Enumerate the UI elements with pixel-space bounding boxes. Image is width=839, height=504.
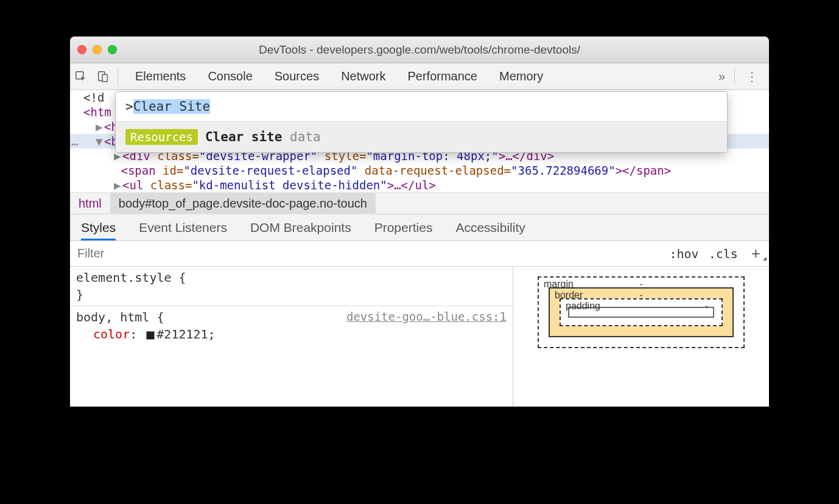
styles-filter-input[interactable] [70,241,664,266]
command-menu-result[interactable]: Resources Clear site data [116,122,727,152]
tab-network[interactable]: Network [341,69,385,83]
devtools-window: DevTools - developers.google.com/web/too… [70,37,769,407]
subtab-event-listeners[interactable]: Event Listeners [139,220,227,235]
devtools-menu-icon[interactable]: ⋮ [734,68,769,85]
command-menu: >Clear Site Resources Clear site data [115,91,728,153]
breadcrumb-body[interactable]: body#top_of_page.devsite-doc-page.no-tou… [110,193,376,214]
toggle-cls-button[interactable]: .cls [704,247,743,261]
dom-breadcrumb: html body#top_of_page.devsite-doc-page.n… [70,192,769,214]
tab-separator [118,68,118,85]
tab-memory[interactable]: Memory [499,69,543,83]
window-traffic-lights [77,45,117,54]
breadcrumb-html[interactable]: html [70,193,110,214]
css-rule[interactable]: devsite-goo…-blue.css:1 body, html { [76,309,507,326]
command-rest: data [282,130,320,144]
subtab-accessibility[interactable]: Accessibility [455,220,525,235]
expand-icon[interactable]: ▶ [114,178,122,192]
tabs-overflow-icon[interactable]: » [707,69,734,83]
styles-subtabs: Styles Event Listeners DOM Breakpoints P… [70,214,769,241]
color-swatch-icon[interactable] [146,331,155,340]
command-prefix: > [125,99,133,114]
close-window-button[interactable] [77,45,86,54]
expand-icon[interactable]: ▶ [96,120,104,133]
subtab-properties[interactable]: Properties [374,220,433,235]
subtab-dom-breakpoints[interactable]: DOM Breakpoints [250,220,351,235]
box-model-border[interactable]: border - padding - [549,287,734,337]
styles-toolbar: :hov .cls + [70,241,769,267]
box-model: margin - border - padding - [513,267,769,407]
window-title: DevTools - developers.google.com/web/too… [70,43,769,57]
svg-rect-2 [102,74,107,82]
css-property[interactable]: color: #212121; [76,326,507,343]
dom-line[interactable]: <span id="devsite-request-elapsed" data-… [70,163,769,178]
subtab-styles[interactable]: Styles [81,220,116,240]
styles-body: element.style { } devsite-goo…-blue.css:… [70,267,769,407]
window-titlebar: DevTools - developers.google.com/web/too… [70,37,769,63]
box-model-margin[interactable]: margin - border - padding - [538,276,745,348]
command-match: Clear site [205,130,282,144]
box-model-padding[interactable]: padding - [560,298,723,326]
inspect-element-icon[interactable] [70,63,92,90]
tab-performance[interactable]: Performance [408,69,478,83]
tab-elements[interactable]: Elements [135,69,186,83]
toggle-hov-button[interactable]: :hov [664,247,703,261]
command-menu-input[interactable]: >Clear Site [116,92,727,122]
tab-list: Elements Console Sources Network Perform… [122,69,543,83]
elements-dom-tree[interactable]: >Clear Site Resources Clear site data <!… [70,90,769,192]
tab-console[interactable]: Console [208,69,252,83]
element-style-rule[interactable]: element.style { [76,269,507,286]
main-tab-bar: Elements Console Sources Network Perform… [70,63,769,90]
tab-sources[interactable]: Sources [275,69,319,83]
command-input-text: Clear Site [133,99,210,114]
command-category-badge: Resources [125,129,198,145]
fullscreen-window-button[interactable] [108,45,117,54]
new-style-rule-button[interactable]: + [743,244,769,263]
dom-line[interactable]: ▶<ul class="kd-menulist devsite-hidden">… [70,178,769,192]
rule-close: } [76,286,507,303]
collapse-icon[interactable]: ▼ [96,135,104,148]
device-toolbar-icon[interactable] [92,63,114,90]
styles-rules[interactable]: element.style { } devsite-goo…-blue.css:… [70,267,513,407]
rule-source-link[interactable]: devsite-goo…-blue.css:1 [346,310,507,323]
minimize-window-button[interactable] [93,45,102,54]
